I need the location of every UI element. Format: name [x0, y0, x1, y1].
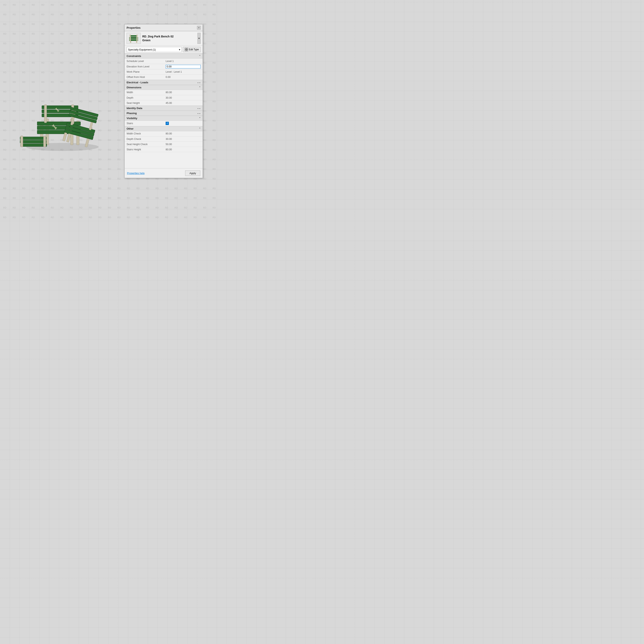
panel-footer: Properties help Apply — [125, 168, 203, 178]
table-row: Offset from Host 0.00 — [125, 74, 203, 80]
prop-value-width-check: 80.00 — [164, 131, 203, 136]
apply-button[interactable]: Apply — [185, 170, 200, 176]
prop-label-width: Width — [125, 90, 164, 95]
prop-label-seat-height: Seat Height — [125, 100, 164, 106]
preview-name-line2: Green — [142, 38, 174, 42]
table-row: Width Check 80.00 — [125, 131, 203, 136]
section-other-chevron: ⌃ — [199, 127, 201, 130]
prop-value-elevation-from-level[interactable] — [164, 64, 203, 69]
preview-dropdown-button[interactable]: ▼ — [197, 33, 201, 44]
table-row: Stairs Height 80.00 — [125, 147, 203, 152]
prop-value-work-plane: Level : Level 1 — [164, 69, 203, 74]
table-row: Work Plane Level : Level 1 — [125, 69, 203, 74]
svg-rect-38 — [136, 41, 137, 43]
section-dimensions-chevron: ⌃ — [199, 86, 201, 89]
thumbnail-svg — [128, 34, 140, 43]
preview-name-line1: RD_Dog Park Bench 02 — [142, 35, 174, 38]
type-selector-row: Specialty Equipment (1) ▾ Edit Type — [125, 46, 203, 54]
section-dimensions[interactable]: Dimensions ⌃ — [125, 85, 203, 90]
prop-label-depth: Depth — [125, 95, 164, 100]
section-other[interactable]: Other ⌃ — [125, 126, 203, 131]
edit-type-label: Edit Type — [189, 48, 199, 51]
dimensions-table: Width 80.00 Depth 30.00 Seat Height 45.0… — [125, 90, 203, 106]
svg-rect-26 — [20, 137, 46, 140]
section-visibility-chevron: ⌃ — [199, 117, 201, 120]
type-dropdown-value: Specialty Equipment (1) — [128, 48, 156, 51]
section-electrical-loads-chevron: ⌄⌄ — [197, 81, 201, 84]
svg-rect-39 — [185, 48, 186, 49]
prop-value-stairs — [164, 121, 203, 126]
svg-text:🦴: 🦴 — [55, 108, 60, 112]
prop-label-schedule-level: Schedule Level — [125, 59, 164, 64]
prop-value-schedule-level: Level 1 — [164, 59, 203, 64]
svg-rect-36 — [136, 35, 138, 41]
svg-rect-41 — [185, 50, 186, 51]
section-constraints-chevron: ⌃ — [199, 55, 201, 57]
edit-type-icon — [185, 48, 188, 51]
prop-value-stairs-height: 80.00 — [164, 147, 203, 152]
prop-label-depth-check: Depth Check — [125, 136, 164, 142]
elevation-input[interactable] — [166, 65, 201, 68]
stairs-checkbox-cell — [166, 122, 201, 125]
section-visibility[interactable]: Visibility ⌃ — [125, 116, 203, 121]
prop-value-offset-from-host: 0.00 — [164, 74, 203, 80]
prop-value-seat-height-check: 50.00 — [164, 142, 203, 147]
edit-type-button[interactable]: Edit Type — [183, 47, 201, 52]
table-row: Depth 30.00 — [125, 95, 203, 100]
svg-rect-30 — [43, 136, 46, 147]
svg-rect-42 — [187, 50, 188, 51]
svg-rect-27 — [20, 140, 46, 143]
properties-panel: Properties × RD_Dog Park Bench 02 Green … — [124, 24, 203, 178]
section-phasing[interactable]: Phasing ⌄⌄ — [125, 111, 203, 116]
bench-svg: 🦴 🦴 — [12, 66, 117, 153]
prop-value-seat-height: 45.00 — [164, 100, 203, 106]
svg-rect-28 — [21, 144, 47, 147]
prop-label-offset-from-host: Offset from Host — [125, 74, 164, 80]
3d-object-area: 🦴 🦴 — [12, 66, 117, 153]
section-phasing-chevron: ⌄⌄ — [197, 112, 201, 115]
prop-label-work-plane: Work Plane — [125, 69, 164, 74]
preview-name-block: RD_Dog Park Bench 02 Green — [142, 35, 174, 42]
section-identity-data-label: Identity Data — [127, 107, 142, 110]
prop-value-depth-check: 30.00 — [164, 136, 203, 142]
panel-title: Properties — [127, 26, 140, 29]
section-dimensions-label: Dimensions — [127, 86, 141, 89]
table-row: Seat Height 45.00 — [125, 100, 203, 106]
table-row: Stairs — [125, 121, 203, 126]
type-dropdown[interactable]: Specialty Equipment (1) ▾ — [127, 47, 182, 52]
table-row: Seat Height Check 50.00 — [125, 142, 203, 147]
stairs-checkbox[interactable] — [166, 122, 169, 125]
section-other-label: Other — [127, 127, 134, 130]
prop-label-stairs: Stairs — [125, 121, 164, 126]
table-row: Width 80.00 — [125, 90, 203, 95]
table-row: Depth Check 30.00 — [125, 136, 203, 142]
properties-help-link[interactable]: Properties help — [127, 172, 144, 175]
other-table: Width Check 80.00 Depth Check 30.00 Seat… — [125, 131, 203, 152]
table-row: Elevation from Level — [125, 64, 203, 69]
preview-thumbnail — [127, 33, 141, 44]
close-button[interactable]: × — [197, 26, 201, 30]
svg-rect-12 — [44, 105, 47, 123]
visibility-table: Stairs — [125, 121, 203, 126]
prop-label-elevation-from-level: Elevation from Level — [125, 64, 164, 69]
prop-label-stairs-height: Stairs Height — [125, 147, 164, 152]
prop-value-width: 80.00 — [164, 90, 203, 95]
panel-titlebar: Properties × — [125, 24, 203, 31]
type-dropdown-arrow: ▾ — [179, 48, 180, 51]
svg-text:🦴: 🦴 — [52, 124, 57, 130]
preview-row: RD_Dog Park Bench 02 Green ▼ — [125, 31, 203, 46]
section-identity-data[interactable]: Identity Data ⌄⌄ — [125, 106, 203, 111]
section-constraints[interactable]: Constraints ⌃ — [125, 54, 203, 59]
panel-spacer — [125, 152, 203, 168]
section-identity-data-chevron: ⌄⌄ — [197, 107, 201, 109]
section-visibility-label: Visibility — [127, 117, 137, 120]
prop-label-width-check: Width Check — [125, 131, 164, 136]
constraints-table: Schedule Level Level 1 Elevation from Le… — [125, 59, 203, 80]
svg-rect-29 — [21, 136, 23, 147]
svg-rect-37 — [130, 41, 131, 43]
section-phasing-label: Phasing — [127, 112, 137, 115]
section-electrical-loads[interactable]: Electrical - Loads ⌄⌄ — [125, 80, 203, 85]
table-row: Schedule Level Level 1 — [125, 59, 203, 64]
section-constraints-label: Constraints — [127, 55, 141, 58]
prop-label-seat-height-check: Seat Height Check — [125, 142, 164, 147]
